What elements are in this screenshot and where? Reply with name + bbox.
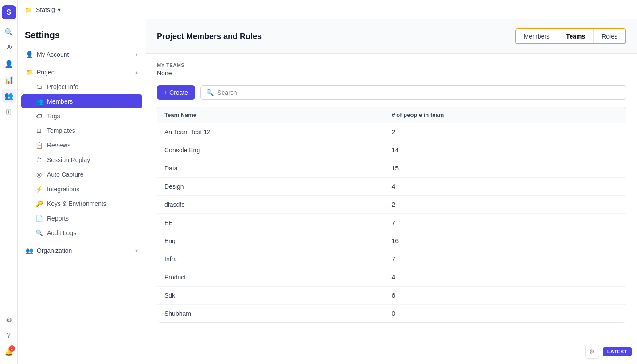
nav-notification-wrapper[interactable]: 🔔 1	[2, 345, 16, 359]
sidebar-item-label: Reports	[47, 215, 69, 222]
nav-users[interactable]: 👤	[2, 57, 16, 71]
notification-badge: 1	[9, 345, 15, 352]
people-count-cell: 4	[392, 274, 619, 281]
col-team-name: Team Name	[164, 112, 392, 118]
people-count-cell: 15	[392, 165, 619, 172]
app-logo[interactable]: S	[2, 5, 16, 19]
page-header: Project Members and Roles Members Teams …	[146, 19, 637, 54]
auto-capture-icon: ◎	[35, 171, 43, 178]
table-row[interactable]: Console Eng 14	[157, 141, 626, 159]
search-input[interactable]	[217, 89, 621, 96]
sidebar-title: Settings	[18, 27, 146, 47]
project-toggle[interactable]: 📁 Project ▴	[21, 65, 142, 79]
reports-icon: 📄	[35, 215, 43, 222]
page-title: Project Members and Roles	[157, 32, 262, 41]
settings-icon-button[interactable]: ⚙	[585, 345, 599, 359]
sidebar-item-label: Templates	[47, 127, 75, 134]
sidebar-item-templates[interactable]: ⊞ Templates	[21, 124, 142, 138]
people-count-cell: 16	[392, 237, 619, 244]
team-name-cell: EE	[164, 219, 392, 226]
tab-roles[interactable]: Roles	[593, 29, 625, 43]
nav-gear[interactable]: ⚙	[2, 313, 16, 327]
chevron-up-icon: ▴	[135, 69, 138, 75]
sidebar-item-members[interactable]: 👥 Members	[21, 94, 142, 108]
sidebar-item-auto-capture[interactable]: ◎ Auto Capture	[21, 167, 142, 182]
sidebar-item-audit-logs[interactable]: 🔍 Audit Logs	[21, 226, 142, 240]
nav-help[interactable]: ?	[2, 329, 16, 343]
people-count-cell: 0	[392, 310, 619, 317]
table-row[interactable]: Shubham 0	[157, 305, 626, 322]
team-name-cell: Eng	[164, 237, 392, 244]
members-icon: 👥	[35, 98, 43, 105]
latest-badge: LATEST	[603, 347, 632, 356]
people-count-cell: 7	[392, 219, 619, 226]
project-selector[interactable]: Statsig ▾	[36, 6, 61, 13]
team-name-cell: Data	[164, 165, 392, 172]
project-name: Statsig	[36, 6, 55, 13]
session-replay-icon: ⏱	[35, 156, 43, 163]
tab-members[interactable]: Members	[516, 29, 558, 43]
tab-teams[interactable]: Teams	[558, 29, 593, 43]
sidebar-item-label: Audit Logs	[47, 229, 76, 236]
chevron-down-icon: ▾	[58, 6, 61, 13]
table-row[interactable]: Eng 16	[157, 232, 626, 250]
table-row[interactable]: Data 15	[157, 159, 626, 178]
table-row[interactable]: Product 4	[157, 268, 626, 287]
sidebar-item-reports[interactable]: 📄 Reports	[21, 211, 142, 225]
nav-group[interactable]: 👥	[2, 89, 16, 103]
my-account-toggle[interactable]: 👤 My Account ▾	[21, 47, 142, 62]
team-name-cell: Infra	[164, 256, 392, 263]
tags-icon: 🏷	[35, 112, 43, 120]
page-body: MY TEAMS None + Create 🔍 Team Name # of …	[146, 54, 637, 364]
sidebar-item-reviews[interactable]: 📋 Reviews	[21, 138, 142, 152]
team-name-cell: An Team Test 12	[164, 128, 392, 136]
project-section: 📁 Project ▴ 🗂 Project Info 👥 Members	[18, 65, 146, 240]
people-count-cell: 7	[392, 256, 619, 263]
sidebar-item-tags[interactable]: 🏷 Tags	[21, 109, 142, 123]
sidebar-item-integrations[interactable]: ⚡ Integrations	[21, 182, 142, 196]
nav-search[interactable]: 🔍	[2, 25, 16, 39]
sidebar-item-label: Members	[47, 98, 73, 105]
org-icon: 👥	[26, 247, 33, 254]
reviews-icon: 📋	[35, 142, 43, 149]
account-icon: 👤	[26, 51, 33, 58]
tab-group: Members Teams Roles	[515, 28, 626, 44]
create-button[interactable]: + Create	[157, 85, 195, 100]
chevron-down-icon: ▾	[135, 51, 138, 58]
my-teams-value: None	[157, 70, 626, 77]
nav-layers[interactable]: ⊞	[2, 105, 16, 119]
sidebar-item-label: Integrations	[47, 186, 79, 193]
table-header: Team Name # of people in team	[157, 107, 626, 123]
sidebar-item-project-info[interactable]: 🗂 Project Info	[21, 80, 142, 94]
table-row[interactable]: An Team Test 12 2	[157, 123, 626, 141]
chevron-down-icon: ▾	[135, 248, 138, 254]
organization-toggle[interactable]: 👥 Organization ▾	[21, 244, 142, 258]
project-info-icon: 🗂	[35, 83, 43, 90]
people-count-cell: 6	[392, 292, 619, 299]
team-name-cell: Design	[164, 183, 392, 190]
table-row[interactable]: dfasdfs 2	[157, 196, 626, 214]
folder-icon: 📁	[25, 6, 32, 13]
table-row[interactable]: Sdk 6	[157, 287, 626, 305]
people-count-cell: 14	[392, 147, 619, 154]
icon-rail: S 🔍 👁 👤 📊 👥 ⊞ ⚙ ? 🔔 1	[0, 0, 18, 364]
nav-chart[interactable]: 📊	[2, 73, 16, 87]
people-count-cell: 2	[392, 201, 619, 208]
my-teams-section: MY TEAMS None	[157, 62, 626, 77]
sidebar: Settings 👤 My Account ▾ 📁 Project	[18, 19, 146, 364]
people-count-cell: 4	[392, 183, 619, 190]
sidebar-item-keys-environments[interactable]: 🔑 Keys & Environments	[21, 197, 142, 211]
nav-eye[interactable]: 👁	[2, 41, 16, 55]
sidebar-item-session-replay[interactable]: ⏱ Session Replay	[21, 153, 142, 167]
integrations-icon: ⚡	[35, 186, 43, 193]
audit-logs-icon: 🔍	[35, 229, 43, 236]
sidebar-item-label: Reviews	[47, 142, 70, 149]
team-name-cell: Console Eng	[164, 147, 392, 154]
my-teams-label: MY TEAMS	[157, 62, 626, 68]
table-row[interactable]: EE 7	[157, 214, 626, 232]
bottom-bar: ⚙ LATEST	[585, 345, 632, 359]
project-section-label: Project	[37, 69, 56, 76]
table-row[interactable]: Infra 7	[157, 250, 626, 268]
main-content: Project Members and Roles Members Teams …	[146, 19, 637, 364]
table-row[interactable]: Design 4	[157, 178, 626, 196]
